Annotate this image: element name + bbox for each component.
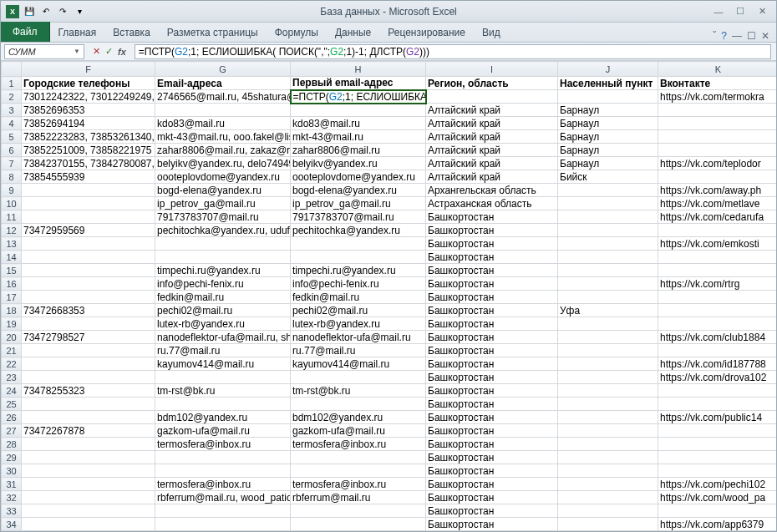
- cell-F11[interactable]: [22, 210, 155, 224]
- cell-G21[interactable]: ru.77@mail.ru: [155, 344, 291, 357]
- row-header-20[interactable]: 20: [2, 331, 22, 344]
- cell-H27[interactable]: gazkom-ufa@mail.ru: [291, 424, 426, 438]
- cell-F16[interactable]: [22, 277, 155, 291]
- row-header-32[interactable]: 32: [2, 491, 22, 504]
- row-header-26[interactable]: 26: [2, 411, 22, 424]
- cell-I3[interactable]: Алтайский край: [426, 104, 558, 117]
- cell-F18[interactable]: 73472668353: [22, 304, 155, 317]
- ribbon-tab-4[interactable]: Данные: [327, 23, 379, 42]
- cell-I34[interactable]: Башкортостан: [426, 518, 558, 531]
- cell-I29[interactable]: Башкортостан: [426, 451, 558, 464]
- cell-G9[interactable]: bogd-elena@yandex.ru: [155, 184, 291, 197]
- row-header-14[interactable]: 14: [2, 251, 22, 264]
- cell-G15[interactable]: timpechi.ru@yandex.ru: [155, 264, 291, 277]
- cell-K11[interactable]: https://vk.com/cedarufa: [658, 210, 777, 224]
- cell-K13[interactable]: https://vk.com/emkosti: [658, 237, 777, 251]
- cell-K26[interactable]: https://vk.com/public14: [658, 411, 777, 424]
- row-header-33[interactable]: 33: [2, 504, 22, 518]
- cell-I13[interactable]: Башкортостан: [426, 237, 558, 251]
- col-header-I[interactable]: I: [426, 62, 558, 77]
- cell-J12[interactable]: [558, 224, 658, 237]
- cell-F9[interactable]: [22, 184, 155, 197]
- cell-H28[interactable]: termosfera@inbox.ru: [291, 438, 426, 451]
- cell-J23[interactable]: [558, 371, 658, 384]
- cell-H33[interactable]: [291, 504, 426, 518]
- cell-J26[interactable]: [558, 411, 658, 424]
- cell-F4[interactable]: 73852694194: [22, 117, 155, 130]
- row-header-29[interactable]: 29: [2, 451, 22, 464]
- row-header-5[interactable]: 5: [2, 130, 22, 144]
- cell-H19[interactable]: lutex-rb@yandex.ru: [291, 317, 426, 331]
- header-cell-H[interactable]: Первый email-адрес: [291, 77, 426, 90]
- cell-K9[interactable]: https://vk.com/away.ph: [658, 184, 777, 197]
- cell-J11[interactable]: [558, 210, 658, 224]
- cell-I16[interactable]: Башкортостан: [426, 277, 558, 291]
- cell-F27[interactable]: 73472267878: [22, 424, 155, 438]
- cell-G19[interactable]: lutex-rb@yandex.ru: [155, 317, 291, 331]
- cell-F25[interactable]: [22, 398, 155, 411]
- header-cell-K[interactable]: Вконтакте: [658, 77, 777, 90]
- cell-I24[interactable]: Башкортостан: [426, 384, 558, 398]
- cell-G4[interactable]: kdo83@mail.ru: [155, 117, 291, 130]
- cell-H18[interactable]: pechi02@mail.ru: [291, 304, 426, 317]
- cell-H25[interactable]: [291, 398, 426, 411]
- cell-F5[interactable]: 73852223283, 73853261340, 7385: [22, 130, 155, 144]
- cell-I25[interactable]: Башкортостан: [426, 398, 558, 411]
- cell-G3[interactable]: [155, 104, 291, 117]
- cell-F7[interactable]: 73842370155, 73842780087, 7385: [22, 157, 155, 170]
- cell-K27[interactable]: [658, 424, 777, 438]
- cell-F15[interactable]: [22, 264, 155, 277]
- cell-H32[interactable]: rbferrum@mail.ru: [291, 491, 426, 504]
- cell-G23[interactable]: [155, 371, 291, 384]
- cell-G16[interactable]: info@pechi-fenix.ru: [155, 277, 291, 291]
- cell-H23[interactable]: [291, 371, 426, 384]
- cell-J2[interactable]: [558, 90, 658, 104]
- cell-I27[interactable]: Башкортостан: [426, 424, 558, 438]
- cell-I2[interactable]: [426, 90, 558, 104]
- cell-J21[interactable]: [558, 344, 658, 357]
- cell-F10[interactable]: [22, 197, 155, 210]
- row-header-3[interactable]: 3: [2, 104, 22, 117]
- cell-G6[interactable]: zahar8806@mail.ru, zakaz@rep: [155, 144, 291, 157]
- cell-I5[interactable]: Алтайский край: [426, 130, 558, 144]
- cell-H21[interactable]: ru.77@mail.ru: [291, 344, 426, 357]
- cell-I20[interactable]: Башкортостан: [426, 331, 558, 344]
- col-header-H[interactable]: H: [291, 62, 426, 77]
- col-header-G[interactable]: G: [155, 62, 291, 77]
- cell-H6[interactable]: zahar8806@mail.ru: [291, 144, 426, 157]
- header-cell-J[interactable]: Населенный пункт: [558, 77, 658, 90]
- cell-J33[interactable]: [558, 504, 658, 518]
- cell-H29[interactable]: [291, 451, 426, 464]
- save-icon[interactable]: 💾: [23, 5, 36, 18]
- header-cell-F[interactable]: Городские телефоны: [22, 77, 155, 90]
- cell-H8[interactable]: oooteplovdome@yandex.ru: [291, 170, 426, 184]
- cell-F28[interactable]: [22, 438, 155, 451]
- cell-F31[interactable]: [22, 478, 155, 491]
- redo-icon[interactable]: ↷: [56, 5, 69, 18]
- cell-G14[interactable]: [155, 251, 291, 264]
- row-header-10[interactable]: 10: [2, 197, 22, 210]
- cell-I26[interactable]: Башкортостан: [426, 411, 558, 424]
- row-header-25[interactable]: 25: [2, 398, 22, 411]
- cell-J13[interactable]: [558, 237, 658, 251]
- row-header-11[interactable]: 11: [2, 210, 22, 224]
- cell-H34[interactable]: [291, 518, 426, 531]
- cell-F19[interactable]: [22, 317, 155, 331]
- cell-F32[interactable]: [22, 491, 155, 504]
- cell-I8[interactable]: Алтайский край: [426, 170, 558, 184]
- row-header-9[interactable]: 9: [2, 184, 22, 197]
- cell-H7[interactable]: belyikv@yandex.ru: [291, 157, 426, 170]
- cell-I18[interactable]: Башкортостан: [426, 304, 558, 317]
- row-header-13[interactable]: 13: [2, 237, 22, 251]
- cell-K22[interactable]: https://vk.com/id187788: [658, 357, 777, 371]
- ribbon-tab-3[interactable]: Формулы: [267, 23, 327, 42]
- cell-K2[interactable]: https://vk.com/termokra: [658, 90, 777, 104]
- cell-K21[interactable]: [658, 344, 777, 357]
- cell-G34[interactable]: [155, 518, 291, 531]
- cell-I28[interactable]: Башкортостан: [426, 438, 558, 451]
- cell-K18[interactable]: [658, 304, 777, 317]
- cell-I30[interactable]: Башкортостан: [426, 464, 558, 478]
- cell-H13[interactable]: [291, 237, 426, 251]
- cell-H3[interactable]: [291, 104, 426, 117]
- cell-H17[interactable]: fedkin@mail.ru: [291, 291, 426, 304]
